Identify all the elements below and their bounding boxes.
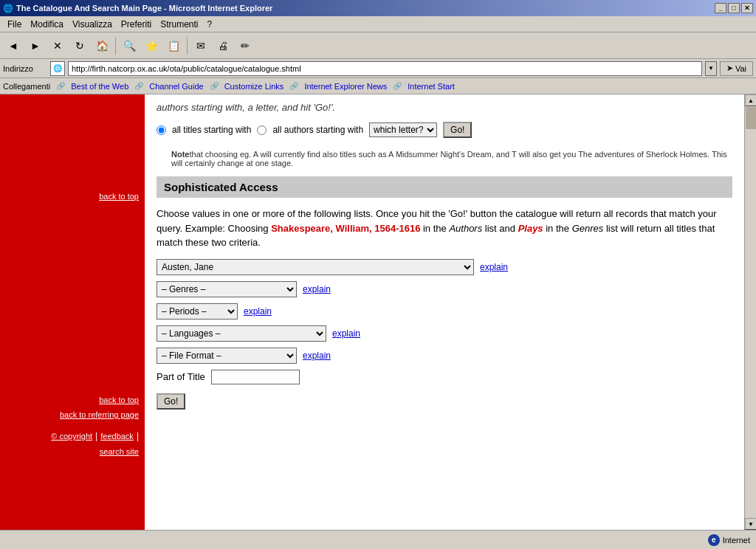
menu-strumenti[interactable]: Strumenti	[156, 18, 202, 31]
genres-select[interactable]: – Genres –	[157, 281, 297, 297]
links-ie-start[interactable]: Internet Start	[408, 82, 455, 91]
sidebar: back to top back to top back to referrin…	[0, 94, 145, 530]
radio-authors-label: all authors starting with	[272, 125, 363, 135]
languages-select[interactable]: – Languages –	[157, 325, 326, 342]
links-customize[interactable]: Customize Links	[224, 82, 284, 91]
window-icon: 🌐	[3, 4, 13, 13]
links-channel-guide[interactable]: Channel Guide	[149, 82, 203, 91]
desc-and: list and	[482, 223, 518, 234]
mail-button[interactable]: ✉	[190, 35, 211, 56]
fileformat-select[interactable]: – File Format –	[157, 348, 297, 364]
scrollbar[interactable]: ▲ ▼	[744, 94, 756, 530]
title-bar: 🌐 The Catalogue And Search Main Page - M…	[0, 0, 756, 16]
description-text: Choose values in one or more of the foll…	[157, 207, 732, 250]
link-icon-4: 🔗	[289, 82, 298, 90]
menu-preferiti[interactable]: Preferiti	[117, 18, 156, 31]
genres-italic: Genres	[572, 223, 604, 234]
favorites-button[interactable]: ⭐	[141, 35, 162, 56]
sidebar-copyright[interactable]: © copyright	[51, 432, 92, 441]
sidebar-back-top-1[interactable]: back to top	[0, 190, 145, 202]
go-row: Go!	[157, 393, 732, 410]
sidebar-back-referring[interactable]: back to referring page	[60, 410, 139, 419]
links-ie-news[interactable]: Internet Explorer News	[304, 82, 387, 91]
status-right: e Internet	[708, 534, 750, 546]
address-input[interactable]	[68, 61, 702, 76]
page-icon: 🌐	[50, 61, 65, 76]
fileformat-row: – File Format – explain	[157, 348, 732, 364]
menu-help[interactable]: ?	[203, 18, 217, 31]
go-letter-button[interactable]: Go!	[443, 122, 472, 138]
window-controls[interactable]: _ □ ✕	[715, 3, 753, 13]
intro-section: authors starting with, a letter, and hit…	[157, 102, 732, 113]
sidebar-back-top-2[interactable]: back to top	[99, 396, 139, 404]
window-title: The Catalogue And Search Main Page - Mic…	[16, 4, 272, 13]
main-panel: authors starting with, a letter, and hit…	[145, 94, 744, 530]
note-bold: Note	[171, 150, 189, 159]
periods-select[interactable]: – Periods –	[157, 303, 238, 320]
explain-periods-link[interactable]: explain	[244, 306, 272, 317]
status-bar: e Internet	[0, 530, 756, 549]
forward-button[interactable]: ►	[25, 35, 46, 56]
author-row: Austen, Jane explain	[157, 259, 732, 275]
maximize-button[interactable]: □	[728, 3, 740, 13]
address-label: Indirizzo	[3, 64, 47, 73]
print-button[interactable]: 🖨	[213, 35, 233, 56]
genres-row: – Genres – explain	[157, 281, 732, 297]
explain-genres-link[interactable]: explain	[303, 284, 331, 294]
back-button[interactable]: ◄	[3, 35, 24, 56]
letter-select[interactable]: which letter? ABCD EFGH IJKL MNOP QRST U…	[369, 122, 437, 137]
menu-modifica[interactable]: Modifica	[26, 18, 68, 31]
history-button[interactable]: 📋	[163, 35, 184, 56]
menu-visualizza[interactable]: Visualizza	[68, 18, 117, 31]
close-button[interactable]: ✕	[741, 3, 753, 13]
sidebar-bottom-links: back to top back to referring page © cop…	[51, 396, 139, 456]
zone-label: Internet	[723, 536, 750, 545]
languages-row: – Languages – explain	[157, 325, 732, 342]
desc-middle: in the	[420, 223, 449, 234]
menu-bar: File Modifica Visualizza Preferiti Strum…	[0, 16, 756, 32]
minimize-button[interactable]: _	[715, 3, 726, 13]
scroll-thumb[interactable]	[746, 107, 756, 129]
sidebar-search-site[interactable]: search site	[100, 447, 139, 456]
intro-rest-text: , a letter, and hit 'Go!'.	[242, 102, 335, 113]
edit-button[interactable]: ✏	[235, 35, 255, 56]
link-icon-5: 🔗	[393, 82, 402, 90]
menu-file[interactable]: File	[3, 18, 26, 31]
plays-italic[interactable]: Plays	[518, 223, 543, 234]
explain-fileformat-link[interactable]: explain	[303, 351, 331, 361]
ie-icon: e	[708, 534, 720, 546]
note-text: that choosing eg. A will currently find …	[171, 150, 727, 168]
example-author-link[interactable]: Shakespeare, William, 1564-1616	[271, 223, 420, 234]
part-of-title-input[interactable]	[211, 370, 300, 384]
scroll-up-button[interactable]: ▲	[745, 94, 756, 106]
scroll-down-button[interactable]: ▼	[745, 518, 756, 530]
sidebar-feedback[interactable]: feedback	[100, 432, 134, 441]
address-dropdown[interactable]: ▼	[705, 61, 717, 76]
go-label: Vai	[735, 64, 746, 73]
toolbar: ◄ ► ✕ ↻ 🏠 🔍 ⭐ 📋 ✉ 🖨 ✏	[0, 32, 756, 59]
author-select[interactable]: Austen, Jane	[157, 259, 474, 275]
note-box: Notethat choosing eg. A will currently f…	[171, 150, 732, 168]
radio-authors[interactable]	[257, 125, 267, 135]
search-button[interactable]: 🔍	[119, 35, 140, 56]
go-button[interactable]: ➤ Vai	[720, 61, 753, 76]
explain-languages-link[interactable]: explain	[332, 328, 360, 339]
radio-section: all titles starting with all authors sta…	[157, 122, 732, 138]
toolbar-separator-2	[187, 37, 188, 55]
radio-titles-label: all titles starting with	[172, 125, 251, 135]
collegamenti-label: Collegamenti	[3, 82, 50, 91]
link-icon-1: 🔗	[56, 82, 65, 90]
links-best-of-web[interactable]: Best of the Web	[71, 82, 128, 91]
explain-author-link[interactable]: explain	[480, 262, 508, 272]
stop-button[interactable]: ✕	[47, 35, 68, 56]
home-button[interactable]: 🏠	[92, 35, 112, 56]
link-icon-3: 🔗	[210, 82, 219, 90]
scroll-track[interactable]	[745, 106, 756, 518]
radio-titles[interactable]	[157, 125, 166, 135]
go-icon: ➤	[726, 63, 733, 73]
links-bar: Collegamenti 🔗 Best of the Web 🔗 Channel…	[0, 78, 756, 94]
intro-red-text: authors starting with	[157, 102, 242, 113]
periods-row: – Periods – explain	[157, 303, 732, 320]
go-submit-button[interactable]: Go!	[157, 393, 185, 410]
refresh-button[interactable]: ↻	[69, 35, 90, 56]
